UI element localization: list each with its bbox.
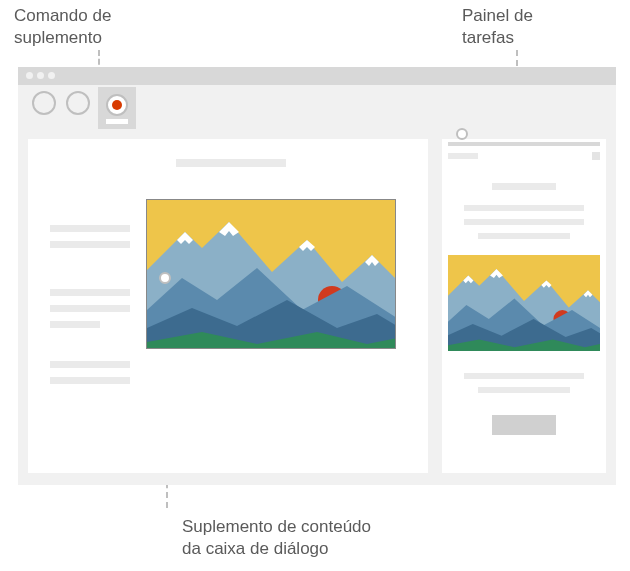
task-pane-close-icon[interactable] bbox=[592, 152, 600, 160]
task-pane-button[interactable] bbox=[492, 415, 556, 435]
ribbon-button[interactable] bbox=[66, 91, 90, 115]
placeholder-heading bbox=[492, 183, 556, 190]
placeholder-text bbox=[50, 225, 130, 232]
window-dot bbox=[48, 72, 55, 79]
label-addin-command: Comando de suplemento bbox=[14, 5, 111, 49]
task-pane-title-placeholder bbox=[448, 153, 478, 159]
task-pane-image bbox=[448, 255, 600, 351]
placeholder-text bbox=[464, 205, 584, 211]
placeholder-text bbox=[478, 387, 570, 393]
landscape-illustration bbox=[147, 200, 396, 349]
document-area bbox=[28, 139, 428, 473]
window-dot bbox=[26, 72, 33, 79]
placeholder-text bbox=[50, 241, 130, 248]
placeholder-text bbox=[50, 289, 130, 296]
label-task-pane: Painel de tarefas bbox=[462, 5, 533, 49]
window-controls bbox=[18, 67, 616, 84]
connector-dot bbox=[159, 272, 171, 284]
task-pane-handle[interactable] bbox=[448, 142, 600, 146]
title-bar bbox=[18, 67, 616, 85]
placeholder-text bbox=[50, 377, 130, 384]
connector-dot bbox=[456, 128, 468, 140]
task-pane bbox=[442, 139, 606, 473]
addin-command-icon bbox=[106, 94, 128, 116]
ribbon bbox=[18, 85, 616, 131]
ribbon-button[interactable] bbox=[32, 91, 56, 115]
landscape-illustration-small bbox=[448, 255, 600, 351]
placeholder-text bbox=[50, 305, 130, 312]
addin-command-label-placeholder bbox=[106, 119, 128, 124]
addin-command-indicator bbox=[112, 100, 122, 110]
addin-command-button[interactable] bbox=[98, 87, 136, 129]
app-window bbox=[18, 67, 616, 485]
content-addin[interactable] bbox=[146, 199, 396, 349]
label-content-addin: Suplemento de conteúdo da caixa de diálo… bbox=[182, 516, 371, 560]
placeholder-text bbox=[478, 233, 570, 239]
placeholder-text bbox=[464, 219, 584, 225]
window-dot bbox=[37, 72, 44, 79]
placeholder-text bbox=[50, 321, 100, 328]
placeholder-text bbox=[464, 373, 584, 379]
placeholder-title bbox=[176, 159, 286, 167]
placeholder-text bbox=[50, 361, 130, 368]
